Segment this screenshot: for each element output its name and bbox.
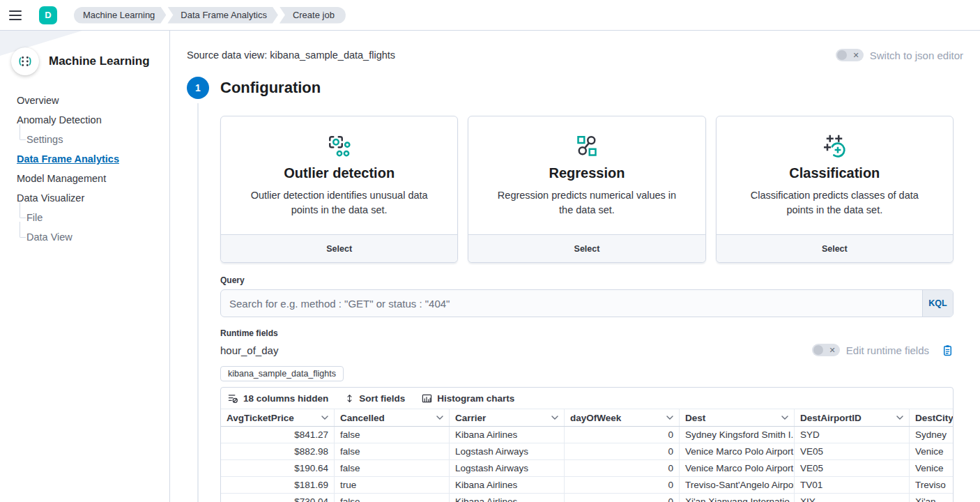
column-header-destcityname[interactable]: DestCityName bbox=[910, 409, 953, 426]
column-header-carrier[interactable]: Carrier bbox=[450, 409, 565, 426]
sidebar-nav: Overview Anomaly Detection Settings Data… bbox=[17, 91, 169, 247]
table-cell: XIY bbox=[795, 494, 910, 502]
sidebar-item-file[interactable]: File bbox=[26, 208, 43, 227]
card-regression[interactable]: Regression Regression predicts numerical… bbox=[468, 116, 705, 263]
table-cell: false bbox=[335, 443, 450, 459]
sidebar-item-data-frame-analytics[interactable]: Data Frame Analytics bbox=[17, 149, 119, 169]
table-cell: 0 bbox=[565, 494, 680, 502]
table-cell: false bbox=[335, 427, 450, 443]
sidebar-item-overview[interactable]: Overview bbox=[17, 91, 59, 110]
card-title: Outlier detection bbox=[221, 165, 457, 181]
data-grid: 18 columns hidden Sort fields Histogram … bbox=[220, 387, 954, 502]
table-cell: Venice Marco Polo Airport bbox=[680, 443, 795, 459]
histogram-icon bbox=[422, 393, 432, 404]
histogram-charts-button[interactable]: Histogram charts bbox=[422, 393, 514, 404]
table-cell: true bbox=[335, 477, 450, 493]
index-badge: kibana_sample_data_flights bbox=[220, 366, 344, 381]
chevron-down-icon[interactable] bbox=[321, 416, 328, 420]
edit-runtime-fields-switch[interactable]: ✕ bbox=[812, 344, 840, 356]
table-cell: $841.27 bbox=[221, 427, 335, 443]
table-cell: $882.98 bbox=[221, 443, 335, 459]
table-cell: Logstash Airways bbox=[450, 460, 565, 476]
space-avatar[interactable]: D bbox=[39, 6, 57, 24]
switch-knob bbox=[813, 345, 823, 355]
copy-icon[interactable] bbox=[942, 344, 954, 356]
column-header-cancelled[interactable]: Cancelled bbox=[335, 409, 450, 426]
json-editor-switch[interactable]: ✕ bbox=[836, 49, 864, 61]
table-cell: 0 bbox=[565, 443, 680, 459]
chevron-down-icon[interactable] bbox=[666, 416, 673, 420]
table-cell: $190.64 bbox=[221, 460, 335, 476]
table-cell: false bbox=[335, 460, 450, 476]
hamburger-menu-button[interactable] bbox=[0, 0, 31, 31]
top-navigation-bar: D Machine Learning Data Frame Analytics … bbox=[0, 0, 980, 31]
columns-hidden-button[interactable]: 18 columns hidden bbox=[228, 393, 328, 404]
card-classification[interactable]: Classification Classification predicts c… bbox=[716, 116, 954, 263]
table-cell: Kibana Airlines bbox=[450, 427, 565, 443]
analytics-type-cards: Outlier detection Outlier detection iden… bbox=[220, 116, 954, 263]
query-bar: KQL bbox=[220, 289, 954, 317]
table-cell: Treviso-Sant'Angelo Airport bbox=[680, 477, 795, 493]
step-connector-line bbox=[197, 103, 199, 502]
step-number-badge: 1 bbox=[187, 77, 209, 99]
query-input[interactable] bbox=[221, 290, 922, 317]
table-cell: VE05 bbox=[795, 460, 910, 476]
columns-hidden-icon bbox=[228, 393, 238, 404]
column-header-dest[interactable]: Dest bbox=[680, 409, 795, 426]
table-row: $190.64 false Logstash Airways 0 Venice … bbox=[221, 460, 953, 477]
sidebar-item-settings[interactable]: Settings bbox=[26, 130, 63, 149]
table-cell: false bbox=[335, 494, 450, 502]
sidebar-item-data-visualizer[interactable]: Data Visualizer bbox=[17, 188, 84, 208]
sort-fields-button[interactable]: Sort fields bbox=[345, 393, 405, 404]
runtime-field-name: hour_of_day bbox=[220, 344, 278, 356]
main-content: Source data view: kibana_sample_data_fli… bbox=[170, 31, 980, 502]
breadcrumb: Machine Learning Data Frame Analytics Cr… bbox=[74, 7, 347, 24]
table-cell: 0 bbox=[565, 477, 680, 493]
table-cell: SYD bbox=[795, 427, 910, 443]
column-header-destairportid[interactable]: DestAirportID bbox=[795, 409, 910, 426]
breadcrumb-machine-learning[interactable]: Machine Learning bbox=[74, 7, 166, 24]
table-cell: 0 bbox=[565, 427, 680, 443]
breadcrumb-data-frame-analytics[interactable]: Data Frame Analytics bbox=[167, 7, 278, 24]
sort-icon bbox=[345, 393, 354, 404]
chevron-down-icon[interactable] bbox=[436, 416, 443, 420]
query-label: Query bbox=[220, 275, 954, 285]
card-outlier-detection[interactable]: Outlier detection Outlier detection iden… bbox=[220, 116, 458, 263]
sidebar-title: Machine Learning bbox=[49, 54, 150, 68]
table-cell: Venice Marco Polo Airport bbox=[680, 460, 795, 476]
kql-button[interactable]: KQL bbox=[922, 290, 953, 317]
column-header-dayofweek[interactable]: dayOfWeek bbox=[565, 409, 680, 426]
json-editor-switch-label: Switch to json editor bbox=[870, 50, 963, 61]
table-cell: Venice bbox=[910, 443, 953, 459]
table-row: $730.04 false Kibana Airlines 0 Xi'an Xi… bbox=[221, 494, 953, 502]
card-description: Regression predicts numerical values in … bbox=[489, 188, 684, 218]
select-classification-button[interactable]: Select bbox=[717, 234, 953, 262]
sidebar-item-model-management[interactable]: Model Management bbox=[17, 169, 106, 188]
regression-icon bbox=[468, 132, 705, 161]
table-row: $181.69 true Kibana Airlines 0 Treviso-S… bbox=[221, 477, 953, 494]
card-description: Classification predicts classes of data … bbox=[737, 188, 932, 218]
runtime-fields-label: Runtime fields bbox=[220, 328, 954, 338]
sidebar-item-data-view[interactable]: Data View bbox=[26, 227, 72, 247]
table-cell: Xi'an Xianyang Internatio... bbox=[680, 494, 795, 502]
table-cell: 0 bbox=[565, 460, 680, 476]
card-description: Outlier detection identifies unusual dat… bbox=[242, 188, 436, 218]
table-cell: $181.69 bbox=[221, 477, 335, 493]
table-cell: Venice bbox=[910, 460, 953, 476]
column-header-avgticketprice[interactable]: AvgTicketPrice bbox=[221, 409, 335, 426]
table-cell: Xi'an bbox=[910, 494, 953, 502]
chevron-down-icon[interactable] bbox=[551, 416, 558, 420]
table-cell: TV01 bbox=[795, 477, 910, 493]
source-data-view-label: Source data view: kibana_sample_data_fli… bbox=[187, 50, 395, 61]
chevron-down-icon[interactable] bbox=[781, 416, 788, 420]
table-row: $882.98 false Logstash Airways 0 Venice … bbox=[221, 443, 953, 460]
breadcrumb-create-job[interactable]: Create job bbox=[280, 7, 346, 24]
table-cell: Logstash Airways bbox=[450, 443, 565, 459]
switch-x-icon: ✕ bbox=[829, 344, 836, 356]
table-row: $841.27 false Kibana Airlines 0 Sydney K… bbox=[221, 427, 953, 443]
select-regression-button[interactable]: Select bbox=[468, 234, 705, 262]
chevron-down-icon[interactable] bbox=[896, 416, 903, 420]
select-outlier-detection-button[interactable]: Select bbox=[221, 234, 457, 262]
classification-icon bbox=[717, 132, 953, 161]
sidebar-item-anomaly-detection[interactable]: Anomaly Detection bbox=[17, 110, 102, 130]
